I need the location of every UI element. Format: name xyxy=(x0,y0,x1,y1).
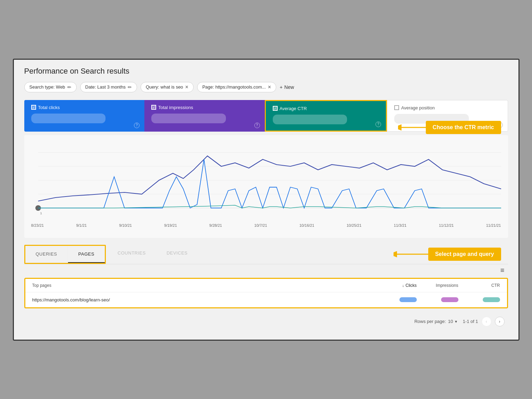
clicks-blurred xyxy=(399,297,417,302)
x-label-2: 9/10/21 xyxy=(119,223,132,227)
ctr-annotation-label: Choose the CTR metric xyxy=(426,121,501,134)
tabs-section: QUERIES PAGES COUNTRIES DEVICES xyxy=(24,245,508,264)
help-icon-average-ctr[interactable]: ? xyxy=(375,122,381,127)
prev-page-button[interactable]: ‹ xyxy=(482,317,491,326)
metric-card-average-ctr[interactable]: ✓ Average CTR ? xyxy=(265,100,387,132)
x-label-4: 9/28/21 xyxy=(209,223,222,227)
filter-chip-query[interactable]: Query: what is seo × xyxy=(141,82,194,92)
filter-label-search-type: Search type: Web xyxy=(29,84,65,90)
pagination-range: 1-1 of 1 xyxy=(463,319,478,324)
next-page-button[interactable]: › xyxy=(495,317,505,326)
close-icon-page[interactable]: × xyxy=(268,84,271,90)
close-icon-query[interactable]: × xyxy=(185,84,188,90)
ctr-annotation: Choose the CTR metric xyxy=(398,121,501,134)
tab-countries[interactable]: COUNTRIES xyxy=(107,245,156,264)
x-label-9: 11/12/21 xyxy=(439,223,454,227)
x-label-5: 10/7/21 xyxy=(254,223,267,227)
tabs-arrow-icon xyxy=(394,249,428,259)
table-col-pages: Top pages xyxy=(32,283,375,288)
col-ctr-label: CTR xyxy=(491,283,500,288)
metric-value-average-ctr xyxy=(273,115,347,124)
filter-chip-page[interactable]: Page: https://mangotools.com... × xyxy=(197,82,276,92)
metric-card-total-impressions[interactable]: ✓ Total impressions ? xyxy=(144,100,265,132)
chevron-down-icon[interactable]: ▾ xyxy=(455,319,457,324)
filter-label-query: Query: what is seo xyxy=(146,84,183,90)
pagination-nav: 1-1 of 1 ‹ › xyxy=(463,317,504,326)
table-col-ctr[interactable]: CTR xyxy=(458,283,500,288)
table-col-impressions[interactable]: Impressions xyxy=(417,283,458,288)
filter-label-date: Date: Last 3 months xyxy=(85,84,126,90)
filter-icon[interactable]: ≡ xyxy=(500,266,505,274)
chart-area: 1 8/23/21 9/1/21 9/10/21 9/19/21 9/28/21… xyxy=(24,135,508,238)
svg-text:1: 1 xyxy=(40,211,42,215)
table-col-clicks[interactable]: ↓ Clicks xyxy=(375,283,417,288)
impressions-blurred xyxy=(441,297,458,302)
x-label-10: 11/21/21 xyxy=(486,223,501,227)
tab-queries-label: QUERIES xyxy=(36,251,57,257)
x-label-7: 10/25/21 xyxy=(347,223,362,227)
filter-icon-row: ≡ xyxy=(24,264,508,276)
check-average-position xyxy=(394,105,399,110)
ctr-arrow-icon xyxy=(398,122,426,133)
tab-pages-label: PAGES xyxy=(78,251,94,257)
row-clicks-value xyxy=(375,297,417,302)
tabs-annotation-label: Select page and query xyxy=(428,248,501,261)
filter-label-page: Page: https://mangotools.com... xyxy=(202,84,266,90)
col-clicks-label: Clicks xyxy=(406,283,417,288)
filter-chip-search-type[interactable]: Search type: Web ✏ xyxy=(24,82,77,92)
row-url[interactable]: https://mangotools.com/blog/learn-seo/ xyxy=(32,297,375,302)
check-total-impressions: ✓ xyxy=(151,105,156,110)
edit-icon-search-type[interactable]: ✏ xyxy=(67,84,71,90)
metric-label-average-position: Average position xyxy=(401,105,435,110)
rows-label: Rows per page: xyxy=(414,319,446,324)
sort-arrow-icon: ↓ xyxy=(402,283,404,288)
help-icon-total-impressions[interactable]: ? xyxy=(254,123,260,128)
x-label-0: 8/23/21 xyxy=(31,223,44,227)
table-section: Top pages ↓ Clicks Impressions CTR https… xyxy=(24,278,508,308)
row-ctr-value xyxy=(458,297,500,302)
rows-per-page: Rows per page: 10 ▾ xyxy=(414,319,457,324)
x-label-3: 9/19/21 xyxy=(164,223,177,227)
tab-countries-label: COUNTRIES xyxy=(118,250,146,256)
plus-icon: + xyxy=(280,84,282,90)
tab-pages[interactable]: PAGES xyxy=(68,246,105,263)
metric-label-average-ctr: Average CTR xyxy=(280,106,307,111)
table-header: Top pages ↓ Clicks Impressions CTR xyxy=(25,279,507,292)
pagination-row: Rows per page: 10 ▾ 1-1 of 1 ‹ › xyxy=(24,314,508,329)
metric-value-total-clicks xyxy=(31,114,106,123)
metric-label-total-impressions: Total impressions xyxy=(158,105,193,110)
metric-label-total-clicks: Total clicks xyxy=(38,105,60,110)
tab-queries[interactable]: QUERIES xyxy=(25,246,68,263)
chart-x-labels: 8/23/21 9/1/21 9/10/21 9/19/21 9/28/21 1… xyxy=(28,223,505,227)
x-label-6: 10/16/21 xyxy=(299,223,314,227)
metric-card-total-clicks[interactable]: ✓ Total clicks ? xyxy=(24,100,145,132)
tabs-annotation: Select page and query xyxy=(394,248,501,261)
filter-chip-date[interactable]: Date: Last 3 months ✏ xyxy=(80,82,137,92)
filter-bar: Search type: Web ✏ Date: Last 3 months ✏… xyxy=(24,82,508,92)
new-button[interactable]: + New xyxy=(280,84,294,90)
edit-icon-date[interactable]: ✏ xyxy=(128,84,132,90)
tab-devices-label: DEVICES xyxy=(167,250,188,256)
ctr-blurred xyxy=(483,297,500,302)
check-average-ctr: ✓ xyxy=(273,106,278,111)
col-impressions-label: Impressions xyxy=(436,283,458,288)
new-button-label: New xyxy=(284,84,294,90)
x-label-8: 11/3/21 xyxy=(394,223,407,227)
rows-value[interactable]: 10 xyxy=(448,319,453,324)
row-impressions-value xyxy=(417,297,458,302)
check-total-clicks: ✓ xyxy=(31,105,36,110)
x-label-1: 9/1/21 xyxy=(76,223,87,227)
chart-svg: 1 xyxy=(28,139,505,222)
table-row: https://mangotools.com/blog/learn-seo/ xyxy=(25,292,507,307)
help-icon-total-clicks[interactable]: ? xyxy=(134,123,140,128)
page-title: Performance on Search results xyxy=(24,67,508,76)
tab-devices[interactable]: DEVICES xyxy=(156,245,198,264)
metric-value-total-impressions xyxy=(151,114,226,123)
